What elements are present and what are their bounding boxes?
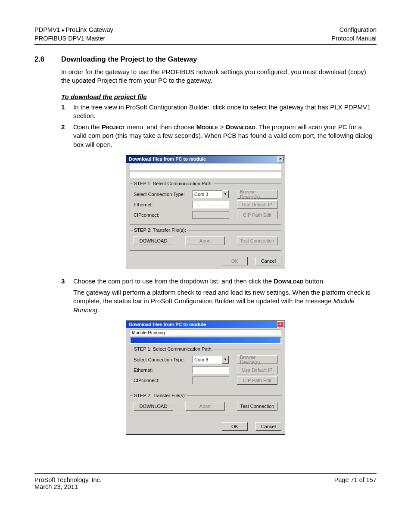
step-num-1: 1 bbox=[61, 103, 73, 121]
label-conn-type: Select Connection Type: bbox=[134, 192, 189, 197]
step-3: 3 Choose the com port to use from the dr… bbox=[61, 277, 377, 286]
procedure-subhead: To download the project file bbox=[61, 93, 377, 100]
combo-value-2: Com 3 bbox=[193, 357, 222, 362]
ok-button-2[interactable]: OK bbox=[222, 422, 248, 431]
step2-legend: STEP 2: Transfer File(s): bbox=[133, 227, 187, 233]
close-icon[interactable]: × bbox=[277, 321, 284, 328]
step-1: 1 In the tree view in ProSoft Configurat… bbox=[61, 103, 377, 121]
footer-right: Page 71 of 157 bbox=[334, 476, 377, 490]
label-cipconnect-2: CIPconnect: bbox=[134, 378, 189, 383]
download-button[interactable]: DOWNLOAD bbox=[134, 236, 173, 245]
header-right: Configuration Protocol Manual bbox=[331, 26, 377, 43]
conn-type-combo[interactable]: Com 3 ▼ bbox=[192, 190, 229, 198]
dialog-titlebar[interactable]: Download files from PC to module × bbox=[126, 156, 285, 163]
step3-b: button. bbox=[303, 277, 325, 285]
cip-field bbox=[192, 211, 229, 219]
cancel-button-2[interactable]: Cancel bbox=[255, 422, 281, 431]
close-icon[interactable]: × bbox=[277, 156, 284, 162]
group-step2: STEP 2: Transfer File(s): DOWNLOAD Abort… bbox=[130, 230, 281, 251]
group-step1-2: STEP 1: Select Communication Path: Selec… bbox=[130, 349, 281, 390]
download-dialog-1: Download files from PC to module × STEP … bbox=[126, 155, 285, 269]
menu-download: Download bbox=[226, 123, 255, 131]
hdr-subtitle: PROFIBUS DPV1 Master bbox=[34, 34, 113, 43]
footer-page: Page 71 of 157 bbox=[334, 476, 377, 483]
cip-field-2 bbox=[192, 376, 229, 384]
status-field bbox=[130, 164, 281, 170]
page-header: PDPMV1 ♦ ProLinx Gateway PROFIBUS DPV1 M… bbox=[34, 26, 377, 45]
status-field-running: Module Running bbox=[130, 329, 281, 336]
step-1-text: In the tree view in ProSoft Configuratio… bbox=[73, 103, 377, 121]
ethernet-ip-field-2[interactable]: ... bbox=[192, 366, 229, 374]
step2-part-b: menu, and then choose bbox=[125, 123, 196, 131]
post-step3-paragraph: The gateway will perform a platform chec… bbox=[73, 288, 377, 314]
browse-devices-button-2[interactable]: Browse Device(s) bbox=[237, 355, 277, 364]
ok-button[interactable]: OK bbox=[222, 257, 248, 265]
footer-company: ProSoft Technology, Inc. bbox=[34, 476, 102, 483]
footer-left: ProSoft Technology, Inc. March 23, 2011 bbox=[34, 476, 102, 490]
page-footer: ProSoft Technology, Inc. March 23, 2011 … bbox=[34, 473, 377, 490]
abort-button-2[interactable]: Abort bbox=[185, 402, 225, 411]
hdr-gateway: ProLinx Gateway bbox=[65, 26, 113, 33]
section-title: Downloading the Project to the Gateway bbox=[61, 55, 197, 63]
download-button-2[interactable]: DOWNLOAD bbox=[134, 402, 173, 411]
browse-devices-button[interactable]: Browse Device(s) bbox=[237, 190, 277, 199]
progress-bar-full bbox=[130, 337, 281, 344]
dialog-title-2: Download files from PC to module bbox=[129, 322, 206, 327]
cip-path-edit-button[interactable]: CIP Path Edit bbox=[237, 211, 277, 219]
chevron-down-icon[interactable]: ▼ bbox=[222, 190, 229, 198]
step1-legend: STEP 1: Select Communication Path: bbox=[133, 181, 214, 186]
step1-legend-2: STEP 1: Select Communication Path: bbox=[133, 346, 214, 352]
dialog-title: Download files from PC to module bbox=[129, 156, 206, 162]
progress-bar bbox=[130, 172, 281, 178]
header-left: PDPMV1 ♦ ProLinx Gateway PROFIBUS DPV1 M… bbox=[34, 26, 113, 43]
step-3-text: Choose the com port to use from the drop… bbox=[73, 277, 325, 286]
test-connection-button[interactable]: Test Connection bbox=[237, 236, 277, 245]
section-number: 2.6 bbox=[34, 55, 61, 63]
step-num-2: 2 bbox=[61, 123, 73, 149]
intro-paragraph: In order for the gateway to use the PROF… bbox=[61, 68, 377, 85]
menu-module: Module bbox=[196, 123, 218, 131]
abort-button[interactable]: Abort bbox=[185, 236, 225, 245]
step2-part-a: Open the bbox=[73, 123, 102, 131]
download-dialog-2: Download files from PC to module × Modul… bbox=[126, 320, 285, 435]
section-heading: 2.6 Downloading the Project to the Gatew… bbox=[34, 55, 377, 63]
cip-path-edit-button-2[interactable]: CIP Path Edit bbox=[237, 376, 277, 385]
label-conn-type-2: Select Connection Type: bbox=[134, 357, 189, 362]
combo-value: Com 3 bbox=[193, 192, 222, 197]
hdr-sep: ♦ bbox=[60, 27, 66, 33]
use-default-ip-button[interactable]: Use Default IP bbox=[237, 200, 277, 209]
group-step2-2: STEP 2: Transfer File(s): DOWNLOAD Abort… bbox=[130, 395, 281, 416]
label-ethernet: Ethernet: bbox=[134, 202, 189, 207]
conn-type-combo-2[interactable]: Com 3 ▼ bbox=[192, 356, 229, 364]
hdr-product: PDPMV1 bbox=[34, 26, 60, 33]
ethernet-ip-field[interactable]: ... bbox=[192, 201, 229, 208]
label-cipconnect: CIPconnect: bbox=[134, 212, 189, 218]
step3-a: Choose the com port to use from the drop… bbox=[73, 277, 274, 285]
step-2: 2 Open the Project menu, and then choose… bbox=[61, 123, 377, 149]
group-step1: STEP 1: Select Communication Path: Selec… bbox=[130, 184, 281, 225]
label-ethernet-2: Ethernet: bbox=[134, 367, 189, 373]
post3-b: . bbox=[97, 306, 99, 314]
chevron-down-icon[interactable]: ▼ bbox=[222, 356, 229, 364]
dialog-titlebar-2[interactable]: Download files from PC to module × bbox=[126, 321, 285, 328]
download-word: Download bbox=[274, 277, 303, 285]
cancel-button[interactable]: Cancel bbox=[255, 257, 281, 265]
menu-project: Project bbox=[102, 123, 125, 131]
step2-gt: > bbox=[218, 123, 226, 131]
use-default-ip-button-2[interactable]: Use Default IP bbox=[237, 366, 277, 374]
step2-legend-2: STEP 2: Transfer File(s): bbox=[133, 393, 187, 398]
step-num-3: 3 bbox=[61, 277, 73, 286]
test-connection-button-2[interactable]: Test Connection bbox=[237, 402, 277, 411]
step-2-text: Open the Project menu, and then choose M… bbox=[73, 123, 377, 149]
hdr-r2: Protocol Manual bbox=[331, 34, 377, 43]
post3-a: The gateway will perform a platform chec… bbox=[73, 289, 371, 305]
hdr-r1: Configuration bbox=[331, 26, 377, 34]
footer-date: March 23, 2011 bbox=[34, 483, 102, 490]
